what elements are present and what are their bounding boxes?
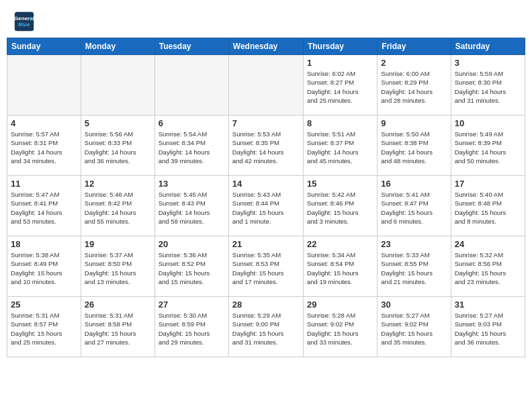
day-info: Sunrise: 5:59 AM Sunset: 8:30 PM Dayligh… [455, 69, 521, 105]
day-number: 12 [85, 179, 151, 189]
calendar-cell: 20Sunrise: 5:36 AM Sunset: 8:52 PM Dayli… [154, 236, 228, 297]
calendar-cell: 2Sunrise: 6:00 AM Sunset: 8:29 PM Daylig… [378, 55, 451, 116]
day-number: 31 [455, 300, 521, 310]
day-number: 28 [232, 300, 300, 310]
day-number: 3 [455, 58, 521, 68]
calendar-cell: 6Sunrise: 5:54 AM Sunset: 8:34 PM Daylig… [154, 116, 228, 176]
day-number: 18 [11, 239, 77, 249]
day-info: Sunrise: 6:02 AM Sunset: 8:27 PM Dayligh… [307, 69, 373, 105]
calendar-cell [154, 55, 228, 116]
day-number: 22 [307, 239, 373, 249]
calendar-cell: 27Sunrise: 5:30 AM Sunset: 8:59 PM Dayli… [154, 297, 228, 357]
svg-text:Blue: Blue [18, 21, 30, 28]
day-number: 19 [85, 239, 151, 249]
day-info: Sunrise: 5:50 AM Sunset: 8:38 PM Dayligh… [381, 130, 447, 165]
day-number: 9 [381, 118, 447, 128]
calendar-cell: 18Sunrise: 5:38 AM Sunset: 8:49 PM Dayli… [7, 236, 81, 297]
calendar-cell: 24Sunrise: 5:32 AM Sunset: 8:56 PM Dayli… [451, 236, 525, 297]
day-info: Sunrise: 5:34 AM Sunset: 8:54 PM Dayligh… [307, 250, 373, 286]
day-info: Sunrise: 5:45 AM Sunset: 8:43 PM Dayligh… [159, 190, 225, 226]
day-info: Sunrise: 5:47 AM Sunset: 8:41 PM Dayligh… [11, 190, 77, 226]
calendar-cell: 17Sunrise: 5:40 AM Sunset: 8:48 PM Dayli… [451, 176, 525, 236]
day-info: Sunrise: 5:46 AM Sunset: 8:42 PM Dayligh… [85, 190, 151, 226]
calendar-cell [81, 55, 154, 116]
day-number: 29 [307, 300, 373, 310]
day-number: 20 [159, 239, 225, 249]
day-number: 7 [232, 118, 300, 128]
day-info: Sunrise: 5:40 AM Sunset: 8:48 PM Dayligh… [455, 190, 521, 226]
day-info: Sunrise: 5:30 AM Sunset: 8:59 PM Dayligh… [159, 311, 225, 347]
calendar-cell: 14Sunrise: 5:43 AM Sunset: 8:44 PM Dayli… [228, 176, 303, 236]
calendar-cell: 7Sunrise: 5:53 AM Sunset: 8:35 PM Daylig… [228, 116, 303, 176]
day-number: 5 [85, 118, 151, 128]
week-row-3: 11Sunrise: 5:47 AM Sunset: 8:41 PM Dayli… [7, 176, 525, 236]
calendar-cell: 8Sunrise: 5:51 AM Sunset: 8:37 PM Daylig… [303, 116, 377, 176]
calendar-cell: 26Sunrise: 5:31 AM Sunset: 8:58 PM Dayli… [81, 297, 154, 357]
day-info: Sunrise: 5:54 AM Sunset: 8:34 PM Dayligh… [159, 130, 225, 165]
day-number: 24 [455, 239, 521, 249]
day-info: Sunrise: 5:31 AM Sunset: 8:57 PM Dayligh… [11, 311, 77, 347]
day-info: Sunrise: 5:38 AM Sunset: 8:49 PM Dayligh… [11, 250, 77, 286]
calendar-cell: 15Sunrise: 5:42 AM Sunset: 8:46 PM Dayli… [303, 176, 377, 236]
calendar-cell: 4Sunrise: 5:57 AM Sunset: 8:31 PM Daylig… [7, 116, 81, 176]
day-number: 16 [381, 179, 447, 189]
day-info: Sunrise: 5:37 AM Sunset: 8:50 PM Dayligh… [85, 250, 151, 286]
calendar-cell: 3Sunrise: 5:59 AM Sunset: 8:30 PM Daylig… [451, 55, 525, 116]
calendar-cell: 30Sunrise: 5:27 AM Sunset: 9:02 PM Dayli… [378, 297, 451, 357]
column-header-tuesday: Tuesday [154, 38, 228, 55]
calendar-cell: 10Sunrise: 5:49 AM Sunset: 8:39 PM Dayli… [451, 116, 525, 176]
day-info: Sunrise: 5:42 AM Sunset: 8:46 PM Dayligh… [307, 190, 373, 226]
calendar-cell: 12Sunrise: 5:46 AM Sunset: 8:42 PM Dayli… [81, 176, 154, 236]
calendar-cell: 13Sunrise: 5:45 AM Sunset: 8:43 PM Dayli… [154, 176, 228, 236]
day-info: Sunrise: 5:43 AM Sunset: 8:44 PM Dayligh… [232, 190, 300, 226]
week-row-4: 18Sunrise: 5:38 AM Sunset: 8:49 PM Dayli… [7, 236, 525, 297]
calendar-cell: 1Sunrise: 6:02 AM Sunset: 8:27 PM Daylig… [303, 55, 377, 116]
week-row-5: 25Sunrise: 5:31 AM Sunset: 8:57 PM Dayli… [7, 297, 525, 357]
day-number: 11 [11, 179, 77, 189]
column-header-wednesday: Wednesday [228, 38, 303, 55]
column-header-sunday: Sunday [7, 38, 81, 55]
calendar-cell: 29Sunrise: 5:28 AM Sunset: 9:02 PM Dayli… [303, 297, 377, 357]
week-row-2: 4Sunrise: 5:57 AM Sunset: 8:31 PM Daylig… [7, 116, 525, 176]
calendar-cell: 11Sunrise: 5:47 AM Sunset: 8:41 PM Dayli… [7, 176, 81, 236]
day-info: Sunrise: 5:41 AM Sunset: 8:47 PM Dayligh… [381, 190, 447, 226]
day-info: Sunrise: 5:31 AM Sunset: 8:58 PM Dayligh… [85, 311, 151, 347]
calendar-table: SundayMondayTuesdayWednesdayThursdayFrid… [7, 38, 525, 357]
day-number: 23 [381, 239, 447, 249]
day-info: Sunrise: 5:29 AM Sunset: 9:00 PM Dayligh… [232, 311, 300, 347]
calendar-cell: 5Sunrise: 5:56 AM Sunset: 8:33 PM Daylig… [81, 116, 154, 176]
calendar-cell: 16Sunrise: 5:41 AM Sunset: 8:47 PM Dayli… [378, 176, 451, 236]
logo: General Blue [13, 11, 38, 32]
day-info: Sunrise: 5:33 AM Sunset: 8:55 PM Dayligh… [381, 250, 447, 286]
day-info: Sunrise: 5:35 AM Sunset: 8:53 PM Dayligh… [232, 250, 300, 286]
calendar-cell [228, 55, 303, 116]
day-info: Sunrise: 5:27 AM Sunset: 9:02 PM Dayligh… [381, 311, 447, 347]
day-number: 15 [307, 179, 373, 189]
calendar-cell [7, 55, 81, 116]
calendar-header-row: SundayMondayTuesdayWednesdayThursdayFrid… [7, 38, 525, 55]
day-number: 30 [381, 300, 447, 310]
day-number: 4 [11, 118, 77, 128]
day-info: Sunrise: 6:00 AM Sunset: 8:29 PM Dayligh… [381, 69, 447, 105]
day-info: Sunrise: 5:28 AM Sunset: 9:02 PM Dayligh… [307, 311, 373, 347]
column-header-friday: Friday [378, 38, 451, 55]
calendar-cell: 23Sunrise: 5:33 AM Sunset: 8:55 PM Dayli… [378, 236, 451, 297]
day-number: 10 [455, 118, 521, 128]
calendar-cell: 31Sunrise: 5:27 AM Sunset: 9:03 PM Dayli… [451, 297, 525, 357]
day-number: 1 [307, 58, 373, 68]
day-number: 26 [85, 300, 151, 310]
calendar-cell: 21Sunrise: 5:35 AM Sunset: 8:53 PM Dayli… [228, 236, 303, 297]
day-number: 2 [381, 58, 447, 68]
calendar-cell: 9Sunrise: 5:50 AM Sunset: 8:38 PM Daylig… [378, 116, 451, 176]
day-info: Sunrise: 5:53 AM Sunset: 8:35 PM Dayligh… [232, 130, 300, 165]
day-number: 27 [159, 300, 225, 310]
day-number: 21 [232, 239, 300, 249]
column-header-saturday: Saturday [451, 38, 525, 55]
day-number: 14 [232, 179, 300, 189]
column-header-thursday: Thursday [303, 38, 377, 55]
logo-icon: General Blue [13, 11, 35, 32]
day-number: 8 [307, 118, 373, 128]
day-info: Sunrise: 5:36 AM Sunset: 8:52 PM Dayligh… [159, 250, 225, 286]
day-number: 25 [11, 300, 77, 310]
page-header: General Blue [7, 7, 525, 32]
